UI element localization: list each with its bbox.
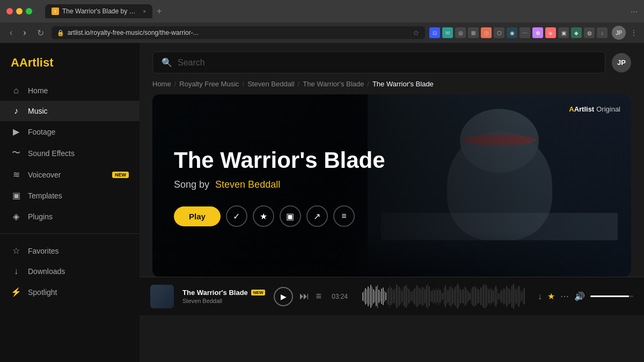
ext-5[interactable]: ◷ (481, 27, 492, 38)
breadcrumb-royalty-free-music[interactable]: Royalty Free Music (179, 80, 239, 88)
player-info: The Warrior's Blade NEW Steven Beddall (182, 289, 265, 304)
sidebar-item-label: Voiceover (28, 171, 106, 179)
music-player: The Warrior's Blade NEW Steven Beddall ▶… (140, 277, 644, 315)
sidebar-divider (0, 233, 140, 234)
sidebar-item-downloads[interactable]: ↓ Downloads (0, 261, 140, 282)
ext-10[interactable]: ▣ (558, 27, 569, 38)
sidebar-item-templates[interactable]: ▣ Templates (0, 185, 140, 206)
sidebar-item-label: Footage (28, 128, 129, 136)
url-text: artlist.io/royalty-free-music/song/the-w… (68, 29, 409, 36)
top-bar: 🔍 JP (140, 43, 644, 80)
spotlight-icon: ⚡ (11, 287, 21, 297)
artist-link[interactable]: Steven Beddall (215, 179, 280, 190)
ext-1[interactable]: ⊡ (429, 27, 440, 38)
ext-6[interactable]: ⬡ (494, 27, 504, 38)
ext-9[interactable]: ◈ (545, 27, 556, 38)
favorites-icon: ☆ (11, 246, 21, 256)
sidebar-item-voiceover[interactable]: ≋ Voiceover NEW (0, 164, 140, 185)
hero-content: AArtlist Original The Warrior's Blade So… (152, 94, 631, 248)
active-tab[interactable]: ! The Warrior's Blade by Steve... × (45, 4, 152, 18)
ext-3[interactable]: ◎ (455, 27, 466, 38)
extension-icons: ⊡ ✉ ◎ ⊞ ◷ ⬡ ◉ ⋯ ⬢ ◈ ▣ ◆ ◍ ↓ (429, 27, 608, 38)
sidebar-item-label: Templates (28, 191, 129, 200)
sidebar: AArtlist ⌂ Home ♪ Music ▶ Footage 〜 Soun… (0, 43, 140, 362)
player-download-button[interactable]: ↓ (538, 292, 542, 301)
ext-2[interactable]: ✉ (442, 27, 453, 38)
breadcrumb-home[interactable]: Home (152, 80, 171, 88)
player-title: The Warrior's Blade NEW (182, 289, 265, 297)
bookmark-icon[interactable]: ☆ (413, 28, 420, 37)
sidebar-item-label: Spotlight (28, 288, 129, 297)
waveform[interactable] (358, 286, 529, 307)
title-bar: ! The Warrior's Blade by Steve... × + ⋯ (0, 0, 644, 23)
ext-12[interactable]: ◍ (584, 27, 595, 38)
sidebar-item-label: Downloads (28, 267, 129, 276)
logo-text: Artlist (19, 56, 54, 69)
ext-11[interactable]: ◆ (571, 27, 582, 38)
breadcrumb-sep-3: / (298, 80, 300, 88)
breadcrumb-sep-1: / (174, 80, 177, 88)
favorite-button[interactable]: ★ (253, 205, 274, 227)
ext-more[interactable]: ⋯ (519, 27, 530, 38)
new-badge: NEW (112, 172, 129, 178)
player-more-button[interactable]: ⋯ (560, 291, 569, 301)
song-title: The Warrior's Blade (174, 148, 610, 173)
sidebar-item-label: Home (28, 86, 129, 95)
sidebar-item-label: Plugins (28, 212, 129, 221)
player-right-controls: ↓ ★ ⋯ 🔊 (538, 291, 633, 301)
ext-8[interactable]: ⬢ (532, 27, 543, 38)
user-avatar[interactable]: JP (612, 53, 631, 72)
sidebar-item-music[interactable]: ♪ Music (0, 101, 140, 121)
browser-more-button[interactable]: ⋮ (630, 28, 638, 37)
share-button[interactable]: ↗ (306, 205, 328, 227)
sidebar-item-sound-effects[interactable]: 〜 Sound Effects (0, 142, 140, 164)
sidebar-item-spotlight[interactable]: ⚡ Spotlight (0, 282, 140, 302)
refresh-button[interactable]: ↻ (34, 27, 47, 39)
close-window-button[interactable] (6, 8, 13, 14)
volume-slider[interactable] (590, 295, 633, 297)
player-queue-button[interactable]: ≡ (316, 291, 321, 302)
address-bar[interactable]: 🔒 artlist.io/royalty-free-music/song/the… (52, 26, 425, 39)
ext-4[interactable]: ⊞ (468, 27, 479, 38)
music-icon: ♪ (11, 106, 21, 116)
ext-7[interactable]: ◉ (507, 27, 517, 38)
player-new-badge: NEW (251, 290, 266, 295)
sidebar-item-home[interactable]: ⌂ Home (0, 80, 140, 101)
play-button[interactable]: Play (174, 206, 221, 226)
search-input[interactable] (178, 58, 596, 68)
original-text: Original (596, 105, 620, 113)
minimize-window-button[interactable] (16, 8, 23, 14)
sidebar-item-favorites[interactable]: ☆ Favorites (0, 240, 140, 261)
player-star-button[interactable]: ★ (547, 291, 555, 301)
tab-bar: ! The Warrior's Blade by Steve... × + (41, 4, 626, 18)
sidebar-item-footage[interactable]: ▶ Footage (0, 121, 140, 142)
forward-button[interactable]: › (20, 27, 29, 39)
back-button[interactable]: ‹ (6, 27, 16, 39)
player-controls: ▶ ⏭ ≡ (274, 287, 321, 306)
folder-button[interactable]: ▣ (280, 205, 301, 227)
more-options-button[interactable]: ≡ (333, 205, 355, 227)
breadcrumb-sep-4: / (367, 80, 369, 88)
breadcrumb-artist[interactable]: Steven Beddall (247, 80, 294, 88)
window-controls: ⋯ (631, 8, 638, 16)
tab-favicon: ! (52, 8, 59, 15)
artlist-original-logo: AArtlist (569, 105, 594, 113)
tab-title: The Warrior's Blade by Steve... (62, 8, 140, 15)
player-volume-button[interactable]: 🔊 (574, 291, 585, 301)
traffic-lights (6, 8, 32, 14)
ext-download[interactable]: ↓ (597, 27, 608, 38)
maximize-window-button[interactable] (26, 8, 32, 14)
tab-close-button[interactable]: × (143, 9, 146, 14)
new-tab-button[interactable]: + (157, 6, 162, 16)
player-next-button[interactable]: ⏭ (299, 291, 309, 302)
player-play-button[interactable]: ▶ (274, 287, 293, 306)
main-content: 🔍 JP Home / Royalty Free Music / Steven … (140, 43, 644, 362)
breadcrumb-song-link[interactable]: The Warrior's Blade (303, 80, 364, 88)
user-profile-button[interactable]: JP (612, 26, 626, 40)
checkmark-button[interactable]: ✓ (226, 205, 247, 227)
subtitle-prefix: Song by (174, 179, 209, 190)
hero-section: AArtlist Original The Warrior's Blade So… (152, 94, 631, 277)
sidebar-item-label: Music (28, 107, 129, 115)
sidebar-item-plugins[interactable]: ◈ Plugins (0, 206, 140, 227)
downloads-icon: ↓ (11, 267, 21, 276)
